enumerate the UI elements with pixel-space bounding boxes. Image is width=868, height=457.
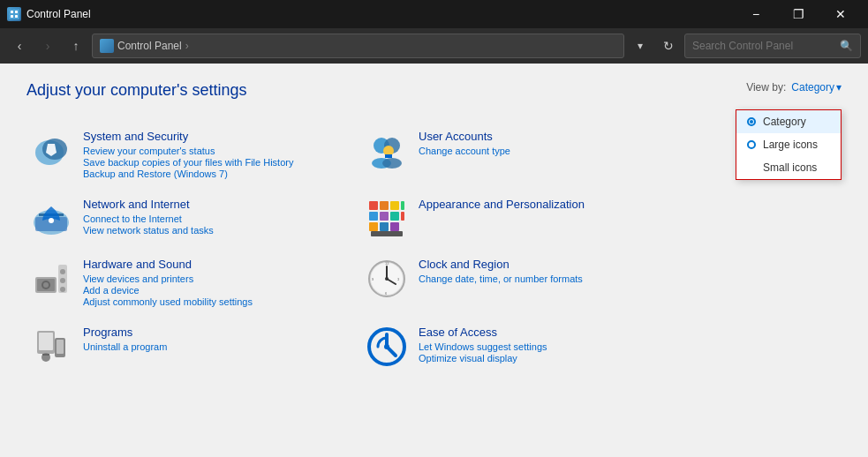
dropdown-label-small-icons: Small icons (763, 161, 817, 174)
refresh-button[interactable]: ↻ (656, 34, 681, 58)
review-computer-status-link[interactable]: Review your computer's status (83, 146, 359, 156)
ease-of-access-title[interactable]: Ease of Access (419, 326, 694, 339)
connect-internet-link[interactable]: Connect to the Internet (83, 214, 359, 224)
view-network-status-link[interactable]: View network status and tasks (83, 225, 359, 236)
svg-point-40 (385, 277, 389, 281)
svg-point-33 (60, 269, 65, 274)
category-network-internet: Network and Internet Connect to the Inte… (26, 189, 362, 249)
svg-rect-50 (57, 340, 64, 354)
add-device-link[interactable]: Add a device (83, 285, 359, 296)
system-security-icon (30, 130, 72, 172)
appearance-personalization-text: Appearance and Personalization (419, 198, 694, 214)
network-internet-icon (30, 198, 72, 240)
breadcrumb-icon (100, 39, 114, 53)
clock-region-title[interactable]: Clock and Region (419, 258, 694, 271)
categories-grid: System and Security Review your computer… (26, 121, 698, 377)
change-date-time-link[interactable]: Change date, time, or number formats (419, 273, 694, 284)
dropdown-label-category: Category (763, 116, 806, 128)
titlebar: Control Panel − ❐ ✕ (0, 0, 868, 28)
view-by-button[interactable]: Category ▾ (791, 81, 842, 94)
svg-rect-23 (401, 212, 404, 221)
network-internet-text: Network and Internet Connect to the Inte… (83, 198, 359, 236)
mobility-settings-link[interactable]: Adjust commonly used mobility settings (83, 296, 359, 307)
category-user-accounts: User Accounts Change account type (362, 121, 698, 189)
svg-rect-26 (390, 222, 399, 231)
uninstall-program-link[interactable]: Uninstall a program (83, 341, 359, 352)
svg-point-52 (384, 344, 389, 349)
category-hardware-sound: Hardware and Sound View devices and prin… (26, 249, 362, 317)
backup-restore-link[interactable]: Backup and Restore (Windows 7) (83, 169, 359, 179)
svg-rect-1 (11, 11, 13, 13)
view-by-dropdown-menu: Category Large icons Small icons (736, 109, 842, 180)
hardware-sound-text: Hardware and Sound View devices and prin… (83, 258, 359, 308)
change-account-type-link[interactable]: Change account type (419, 146, 694, 156)
clock-region-icon: 12 3 6 9 (366, 258, 408, 300)
svg-rect-20 (369, 212, 378, 221)
svg-rect-27 (371, 231, 403, 236)
svg-rect-21 (380, 212, 389, 221)
user-accounts-title[interactable]: User Accounts (419, 130, 694, 143)
category-appearance-personalization: Appearance and Personalization (362, 189, 698, 249)
search-input[interactable] (692, 40, 836, 52)
svg-rect-48 (42, 354, 49, 356)
category-programs: Programs Uninstall a program (26, 317, 362, 377)
appearance-personalization-icon (366, 198, 408, 240)
svg-text:12: 12 (385, 261, 389, 266)
dropdown-label-large-icons: Large icons (763, 139, 818, 151)
dropdown-item-small-icons[interactable]: Small icons (736, 156, 841, 179)
view-by-container: View by: Category ▾ (746, 81, 842, 94)
up-button[interactable]: ↑ (64, 34, 88, 58)
svg-rect-46 (39, 333, 53, 350)
breadcrumb-item[interactable]: Control Panel (117, 40, 182, 52)
search-icon: 🔍 (840, 40, 853, 52)
navbar: ‹ › ↑ Control Panel › ▾ ↻ 🔍 (0, 28, 868, 64)
window-title: Control Panel (26, 8, 736, 20)
svg-point-31 (43, 282, 49, 288)
svg-rect-25 (380, 222, 389, 231)
system-security-title[interactable]: System and Security (83, 130, 359, 143)
optimize-visual-display-link[interactable]: Optimize visual display (419, 353, 694, 363)
svg-rect-24 (369, 222, 378, 231)
appearance-personalization-title[interactable]: Appearance and Personalization (419, 198, 694, 211)
svg-rect-16 (369, 201, 378, 210)
search-box: 🔍 (684, 34, 861, 58)
dropdown-item-category[interactable]: Category (736, 110, 841, 133)
category-system-security: System and Security Review your computer… (26, 121, 362, 189)
programs-title[interactable]: Programs (83, 326, 359, 339)
user-accounts-text: User Accounts Change account type (419, 130, 694, 157)
clock-region-text: Clock and Region Change date, time, or n… (419, 258, 694, 285)
svg-rect-19 (401, 201, 404, 210)
dropdown-item-large-icons[interactable]: Large icons (736, 133, 841, 156)
category-ease-of-access: Ease of Access Let Windows suggest setti… (362, 317, 698, 377)
close-button[interactable]: ✕ (820, 0, 861, 28)
view-by-label: View by: (746, 81, 786, 94)
app-icon (7, 7, 21, 21)
chevron-down-icon: ▾ (836, 81, 842, 94)
window-controls: − ❐ ✕ (736, 0, 861, 28)
breadcrumb-separator: › (185, 40, 189, 52)
backup-files-link[interactable]: Save backup copies of your files with Fi… (83, 157, 359, 168)
radio-small-icons (747, 163, 756, 172)
programs-icon (30, 326, 72, 368)
forward-button[interactable]: › (35, 34, 60, 58)
svg-rect-4 (15, 15, 18, 18)
category-clock-region: 12 3 6 9 Clock and Region Change date, t… (362, 249, 698, 317)
address-dropdown-button[interactable]: ▾ (628, 34, 653, 58)
view-by-value: Category (791, 81, 834, 94)
system-security-text: System and Security Review your computer… (83, 130, 359, 180)
network-internet-title[interactable]: Network and Internet (83, 198, 359, 211)
minimize-button[interactable]: − (736, 0, 776, 28)
svg-point-10 (382, 158, 402, 169)
svg-rect-18 (390, 201, 399, 210)
view-devices-printers-link[interactable]: View devices and printers (83, 273, 359, 284)
hardware-sound-title[interactable]: Hardware and Sound (83, 258, 359, 271)
back-button[interactable]: ‹ (7, 34, 32, 58)
nav-right: ▾ ↻ 🔍 (628, 34, 861, 58)
svg-rect-2 (15, 11, 18, 13)
page-title: Adjust your computer's settings (26, 81, 842, 100)
svg-point-34 (60, 278, 65, 283)
restore-button[interactable]: ❐ (778, 0, 819, 28)
ease-of-access-icon (366, 326, 408, 368)
svg-rect-0 (9, 9, 19, 19)
windows-suggest-settings-link[interactable]: Let Windows suggest settings (419, 341, 694, 352)
